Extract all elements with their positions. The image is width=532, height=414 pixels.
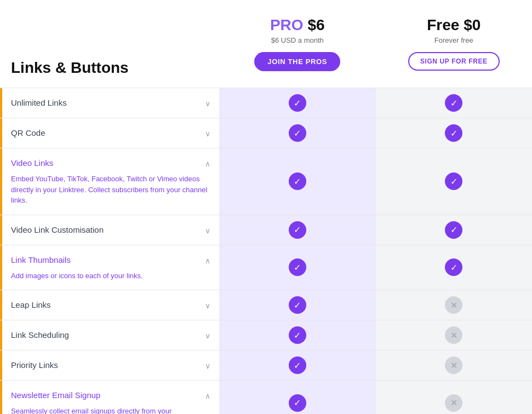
free-check-icon-video-links: ✓ [445, 173, 462, 190]
free-plan-title: Free $0 [387, 16, 522, 34]
feature-row: QR Code∨✓✓ [0, 118, 532, 148]
pro-cell-video-link-customisation: ✓ [219, 215, 376, 245]
feature-row: Priority Links∨✓✕ [0, 350, 532, 380]
feature-name-video-link-customisation: Video Link Customisation [11, 225, 104, 234]
feature-label-inner-video-links[interactable]: Video Links∧ [2, 148, 219, 171]
feature-label-leap-links: Leap Links∨ [0, 290, 219, 320]
feature-label-inner-link-thumbnails[interactable]: Link Thumbnails∧ [2, 245, 219, 268]
pro-plan-price: $6 [307, 16, 324, 33]
sign-up-free-button[interactable]: SIGN UP FOR FREE [408, 52, 500, 71]
pro-plan-title: PRO $6 [230, 16, 365, 34]
feature-row: Video Link Customisation∨✓✓ [0, 215, 532, 245]
pro-check-icon-priority-links: ✓ [289, 357, 306, 374]
section-title: Links & Buttons [11, 59, 129, 77]
pricing-header: Links & Buttons PRO $6 $6 USD a month JO… [0, 0, 532, 88]
feature-chevron-priority-links: ∨ [205, 361, 210, 370]
feature-name-unlimited-links: Unlimited Links [11, 98, 67, 107]
free-plan-price: $0 [464, 16, 480, 33]
feature-label-link-scheduling: Link Scheduling∨ [0, 320, 219, 350]
pro-cell-priority-links: ✓ [219, 350, 376, 380]
feature-name-priority-links: Priority Links [11, 360, 58, 370]
pro-check-icon-video-links: ✓ [289, 173, 306, 190]
page-container: Links & Buttons PRO $6 $6 USD a month JO… [0, 0, 532, 414]
feature-chevron-newsletter-email-signup: ∧ [205, 392, 210, 400]
pro-check-icon-newsletter-email-signup: ✓ [289, 394, 306, 412]
feature-label-inner-qr-code[interactable]: QR Code∨ [2, 118, 219, 148]
feature-label-inner-priority-links[interactable]: Priority Links∨ [2, 350, 219, 380]
feature-name-leap-links: Leap Links [11, 300, 51, 309]
feature-label-inner-leap-links[interactable]: Leap Links∨ [2, 290, 219, 320]
feature-label-unlimited-links: Unlimited Links∨ [0, 88, 219, 118]
feature-row: Link Thumbnails∧Add images or icons to e… [0, 245, 532, 290]
feature-row: Leap Links∨✓✕ [0, 290, 532, 320]
free-cell-video-link-customisation: ✓ [376, 215, 533, 245]
feature-name-link-thumbnails: Link Thumbnails [11, 255, 71, 264]
feature-chevron-leap-links: ∨ [205, 301, 210, 310]
pro-check-icon-video-link-customisation: ✓ [289, 221, 306, 239]
feature-label-inner-link-scheduling[interactable]: Link Scheduling∨ [2, 320, 219, 350]
feature-description-video-links: Embed YouTube, TikTok, Facebook, Twitch … [2, 171, 219, 215]
free-x-icon-leap-links: ✕ [445, 296, 462, 314]
feature-chevron-video-links: ∧ [205, 159, 210, 168]
feature-label-inner-unlimited-links[interactable]: Unlimited Links∨ [2, 88, 219, 118]
feature-row: Link Scheduling∨✓✕ [0, 320, 532, 350]
feature-chevron-link-scheduling: ∨ [205, 331, 210, 340]
pro-cell-unlimited-links: ✓ [219, 88, 376, 118]
feature-name-newsletter-email-signup: Newsletter Email Signup [11, 390, 100, 400]
free-check-icon-video-link-customisation: ✓ [445, 221, 462, 239]
pro-cell-leap-links: ✓ [219, 290, 376, 320]
feature-label-inner-newsletter-email-signup[interactable]: Newsletter Email Signup∧ [2, 381, 219, 404]
feature-name-video-links: Video Links [11, 158, 53, 168]
free-plan-header: Free $0 Forever free SIGN UP FOR FREE [376, 11, 533, 82]
free-cell-link-thumbnails: ✓ [376, 245, 533, 290]
free-plan-subtitle: Forever free [387, 36, 522, 44]
free-check-icon-qr-code: ✓ [445, 124, 462, 142]
feature-label-video-links: Video Links∧Embed YouTube, TikTok, Faceb… [0, 148, 219, 215]
free-x-icon-newsletter-email-signup: ✕ [445, 394, 462, 412]
free-cell-unlimited-links: ✓ [376, 88, 533, 118]
feature-label-link-thumbnails: Link Thumbnails∧Add images or icons to e… [0, 245, 219, 290]
free-cell-link-scheduling: ✕ [376, 320, 533, 350]
pro-check-icon-unlimited-links: ✓ [289, 94, 306, 112]
feature-name-link-scheduling: Link Scheduling [11, 330, 69, 340]
pro-cell-video-links: ✓ [219, 148, 376, 215]
feature-chevron-unlimited-links: ∨ [205, 99, 210, 108]
free-cell-priority-links: ✕ [376, 350, 533, 380]
feature-label-inner-video-link-customisation[interactable]: Video Link Customisation∨ [2, 215, 219, 245]
join-pros-button[interactable]: JOIN THE PROS [254, 52, 340, 71]
free-cell-qr-code: ✓ [376, 118, 533, 148]
free-check-icon-link-thumbnails: ✓ [445, 258, 462, 276]
free-x-icon-priority-links: ✕ [445, 357, 462, 374]
feature-row: Unlimited Links∨✓✓ [0, 88, 532, 118]
feature-description-newsletter-email-signup: Seamlessly collect email signups directl… [2, 404, 219, 414]
free-x-icon-link-scheduling: ✕ [445, 326, 462, 344]
pro-cell-newsletter-email-signup: ✓ [219, 381, 376, 414]
free-plan-name: Free [427, 16, 459, 33]
feature-chevron-qr-code: ∨ [205, 129, 210, 138]
pro-cell-qr-code: ✓ [219, 118, 376, 148]
feature-label-newsletter-email-signup: Newsletter Email Signup∧Seamlessly colle… [0, 381, 219, 414]
feature-row: Newsletter Email Signup∧Seamlessly colle… [0, 380, 532, 414]
features-table: Unlimited Links∨✓✓QR Code∨✓✓Video Links∧… [0, 88, 532, 414]
feature-chevron-link-thumbnails: ∧ [205, 256, 210, 265]
pro-check-icon-link-thumbnails: ✓ [289, 258, 306, 276]
pro-plan-subtitle: $6 USD a month [230, 36, 365, 44]
free-check-icon-unlimited-links: ✓ [445, 94, 462, 112]
free-cell-video-links: ✓ [376, 148, 533, 215]
feature-label-video-link-customisation: Video Link Customisation∨ [0, 215, 219, 245]
free-cell-newsletter-email-signup: ✕ [376, 381, 533, 414]
feature-description-link-thumbnails: Add images or icons to each of your link… [2, 268, 219, 290]
pro-plan-header: PRO $6 $6 USD a month JOIN THE PROS [219, 11, 376, 82]
feature-label-priority-links: Priority Links∨ [0, 350, 219, 380]
section-title-area: Links & Buttons [0, 11, 219, 82]
pro-check-icon-leap-links: ✓ [289, 296, 306, 314]
feature-row: Video Links∧Embed YouTube, TikTok, Faceb… [0, 148, 532, 215]
pro-plan-name: PRO [270, 16, 304, 33]
pro-cell-link-scheduling: ✓ [219, 320, 376, 350]
free-cell-leap-links: ✕ [376, 290, 533, 320]
feature-chevron-video-link-customisation: ∨ [205, 226, 210, 235]
pro-check-icon-link-scheduling: ✓ [289, 326, 306, 344]
pro-check-icon-qr-code: ✓ [289, 124, 306, 142]
feature-label-qr-code: QR Code∨ [0, 118, 219, 148]
feature-name-qr-code: QR Code [11, 128, 45, 137]
